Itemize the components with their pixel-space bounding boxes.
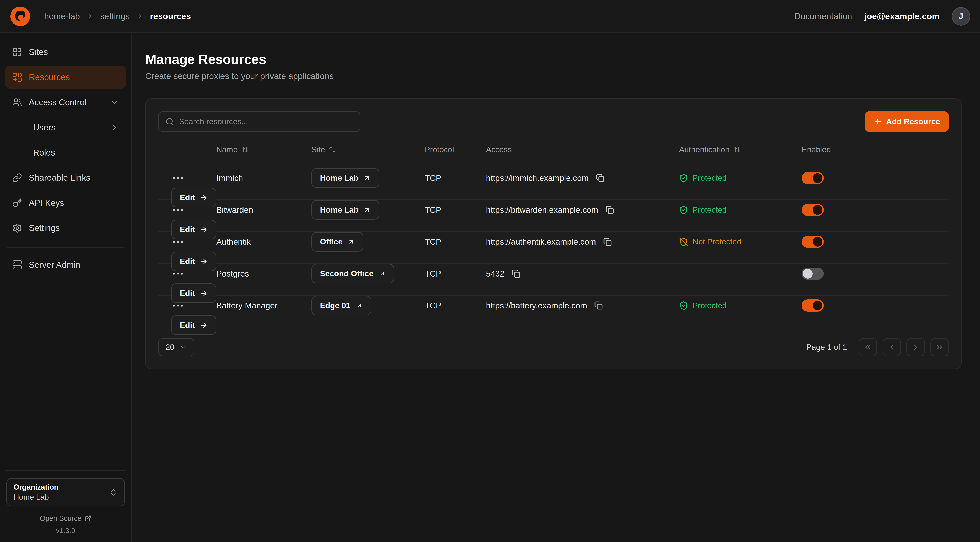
edit-button[interactable]: Edit xyxy=(171,220,216,239)
card-toolbar: Add Resource xyxy=(158,111,949,132)
sites-grid-icon xyxy=(12,47,22,57)
site-link-button[interactable]: Edge 01 xyxy=(311,296,371,316)
chevrons-up-down-icon xyxy=(109,488,118,497)
sidebar-item-settings[interactable]: Settings xyxy=(5,217,126,240)
sidebar-item-api-keys[interactable]: API Keys xyxy=(5,191,126,215)
main-content: Manage Resources Create secure proxies t… xyxy=(132,33,980,542)
resource-name: Battery Manager xyxy=(216,301,311,311)
shield-check-icon xyxy=(679,301,688,310)
resource-name: Authentik xyxy=(216,237,311,247)
organization-switcher[interactable]: Organization Home Lab xyxy=(6,478,125,507)
row-menu-button[interactable] xyxy=(170,237,186,247)
copy-icon[interactable] xyxy=(510,268,522,280)
table-header: Name Site Protocol Access Authentication xyxy=(158,140,949,167)
site-name: Home Lab xyxy=(320,174,358,182)
page-title: Manage Resources xyxy=(145,51,962,67)
user-avatar[interactable]: J xyxy=(952,7,970,26)
edit-button[interactable]: Edit xyxy=(171,252,216,271)
table-row: Authentik Office TCP https://authentik.e… xyxy=(158,231,949,263)
organization-value: Home Lab xyxy=(13,493,59,502)
open-source-label: Open Source xyxy=(40,515,81,522)
chevron-down-icon xyxy=(110,98,119,107)
sidebar-item-label: Resources xyxy=(29,72,70,82)
auth-status: - xyxy=(679,269,802,278)
search-input[interactable] xyxy=(179,117,353,126)
edit-label: Edit xyxy=(180,289,195,298)
resource-protocol: TCP xyxy=(425,237,486,247)
next-page-button[interactable] xyxy=(907,338,925,356)
breadcrumb: home-lab settings resources xyxy=(44,11,191,21)
chevron-right-icon xyxy=(136,12,144,20)
edit-label: Edit xyxy=(180,257,195,266)
sidebar-item-sites[interactable]: Sites xyxy=(5,40,126,64)
enabled-toggle[interactable] xyxy=(802,204,824,216)
copy-icon[interactable] xyxy=(594,172,606,184)
open-source-link[interactable]: Open Source xyxy=(6,515,125,522)
enabled-toggle[interactable] xyxy=(802,268,824,280)
sidebar-item-access-control[interactable]: Access Control xyxy=(5,91,126,114)
arrow-up-right-icon xyxy=(355,302,363,309)
breadcrumb-org[interactable]: home-lab xyxy=(44,11,80,21)
copy-icon[interactable] xyxy=(604,204,616,216)
copy-icon[interactable] xyxy=(601,236,614,248)
search-box xyxy=(158,111,360,132)
sort-icon[interactable] xyxy=(241,146,249,153)
row-menu-button[interactable] xyxy=(170,269,186,279)
previous-page-button[interactable] xyxy=(883,338,901,356)
enabled-toggle[interactable] xyxy=(802,300,824,312)
sidebar-item-shareable-links[interactable]: Shareable Links xyxy=(5,166,126,190)
arrow-right-icon xyxy=(200,321,208,329)
documentation-link[interactable]: Documentation xyxy=(794,11,852,21)
shield-check-icon xyxy=(679,206,688,215)
sidebar: Sites Resources Access Control Users Rol xyxy=(0,33,132,542)
enabled-toggle[interactable] xyxy=(802,172,824,184)
auth-label: Protected xyxy=(692,206,727,214)
plus-icon xyxy=(873,117,882,126)
resource-protocol: TCP xyxy=(425,173,486,183)
topbar-right: Documentation joe@example.com J xyxy=(794,7,970,26)
edit-button[interactable]: Edit xyxy=(171,316,216,335)
app-logo-icon[interactable] xyxy=(10,6,31,27)
site-link-button[interactable]: Home Lab xyxy=(311,200,379,220)
resource-access: https://immich.example.com xyxy=(486,173,589,183)
sidebar-item-label: Access Control xyxy=(29,97,86,107)
pagination: 20 Page 1 of 1 xyxy=(158,338,949,356)
resource-access: https://bitwarden.example.com xyxy=(486,205,598,215)
first-page-button[interactable] xyxy=(859,338,877,356)
sidebar-item-label: Sites xyxy=(29,47,48,57)
breadcrumb-settings[interactable]: settings xyxy=(100,11,130,21)
edit-button[interactable]: Edit xyxy=(171,188,216,207)
sidebar-item-roles[interactable]: Roles xyxy=(5,141,126,164)
auth-label: Protected xyxy=(692,301,727,310)
sidebar-item-server-admin[interactable]: Server Admin xyxy=(5,253,126,276)
edit-button[interactable]: Edit xyxy=(171,284,216,303)
gear-icon xyxy=(12,223,22,233)
column-name: Name xyxy=(216,145,238,154)
sidebar-item-users[interactable]: Users xyxy=(5,116,126,139)
last-page-button[interactable] xyxy=(931,338,949,356)
column-site: Site xyxy=(311,145,325,154)
sort-icon[interactable] xyxy=(329,146,336,153)
page-size-select[interactable]: 20 xyxy=(158,338,194,356)
auth-status: Protected xyxy=(679,301,802,310)
sidebar-item-label: Users xyxy=(33,123,56,132)
table-row: Bitwarden Home Lab TCP https://bitwarden… xyxy=(158,199,949,231)
auth-label: Not Protected xyxy=(692,237,741,246)
row-menu-button[interactable] xyxy=(170,173,186,183)
site-link-button[interactable]: Second Office xyxy=(311,264,394,284)
copy-icon[interactable] xyxy=(592,300,605,312)
shield-off-icon xyxy=(679,237,688,247)
add-resource-button[interactable]: Add Resource xyxy=(865,111,949,132)
sidebar-item-resources[interactable]: Resources xyxy=(5,65,126,89)
enabled-toggle[interactable] xyxy=(802,236,824,248)
arrow-right-icon xyxy=(200,194,208,202)
resource-protocol: TCP xyxy=(425,269,486,279)
row-menu-button[interactable] xyxy=(170,301,186,311)
sort-icon[interactable] xyxy=(733,146,741,153)
row-menu-button[interactable] xyxy=(170,205,186,215)
site-link-button[interactable]: Home Lab xyxy=(311,168,379,188)
resource-name: Immich xyxy=(216,173,311,183)
sidebar-item-label: API Keys xyxy=(29,198,64,208)
chevron-right-icon xyxy=(110,123,119,132)
site-link-button[interactable]: Office xyxy=(311,232,363,252)
